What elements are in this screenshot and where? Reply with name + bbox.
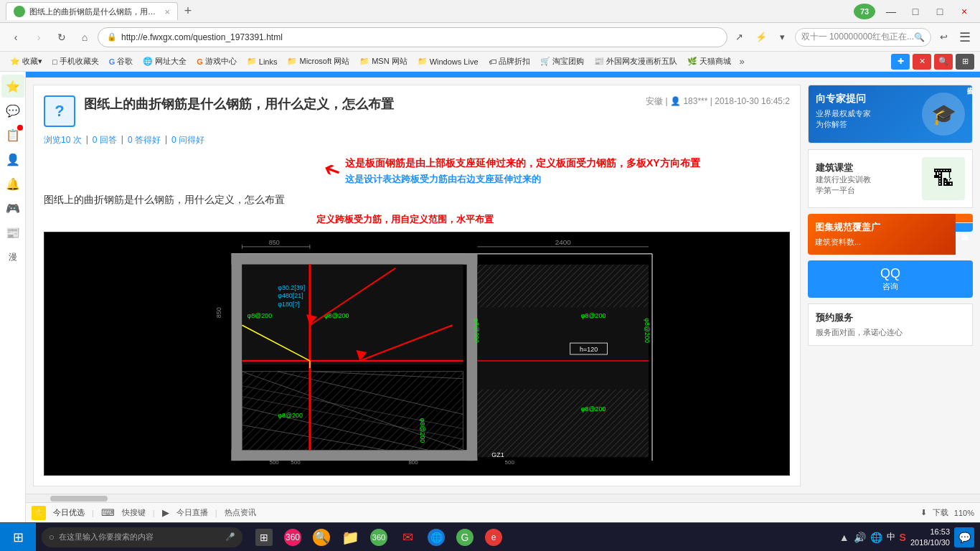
sidebar-star-icon[interactable]: ⭐ bbox=[1, 75, 24, 98]
bookmark-brand[interactable]: 🏷 品牌折扣 bbox=[484, 55, 534, 68]
window-controls: — □ □ × bbox=[881, 4, 974, 19]
maximize-button[interactable]: □ bbox=[930, 4, 950, 19]
search-circle-icon: ○ bbox=[49, 532, 55, 542]
tray-sogou-icon[interactable]: S bbox=[900, 532, 906, 543]
bookmark-label: 外国网友漫画析五队 bbox=[606, 56, 677, 67]
addon-btn3[interactable]: 🔍 bbox=[934, 54, 953, 70]
feedback-button[interactable]: 意见反馈 bbox=[956, 214, 973, 222]
refresh-button[interactable]: ↻ bbox=[52, 27, 72, 47]
task-icon-mail[interactable]: ✉ bbox=[395, 523, 420, 552]
windows-icon: ⊞ bbox=[13, 529, 24, 545]
taskbar-search[interactable]: ○ 在这里输入你要搜索的内容 🎤 bbox=[42, 527, 242, 547]
bookmark-taobao[interactable]: 🛒 淘宝团购 bbox=[536, 55, 588, 68]
bookmark-webdir[interactable]: 🌐 网址大全 bbox=[138, 55, 191, 68]
tray-expand-icon[interactable]: ▲ bbox=[839, 532, 849, 543]
sidebar-notification-icon[interactable]: 🔔 bbox=[1, 172, 24, 195]
ad-banner[interactable]: 图集规范覆盖广 建筑资料数... bbox=[808, 214, 956, 255]
nav-search-icon: 🔍 bbox=[914, 32, 925, 42]
sidebar-news-icon[interactable]: 📋 bbox=[1, 123, 24, 146]
tab-close-button[interactable]: × bbox=[164, 6, 170, 17]
windows-live-icon: 📁 bbox=[418, 57, 428, 66]
taskbar: ⊞ ○ 在这里输入你要搜索的内容 🎤 ⊞ 360 🔍 📁 360 ✉ bbox=[0, 522, 980, 551]
annotation-area: 这是板面钢筋是由上部板支座延伸过来的，定义板面受力钢筋，多板XY方向布置 这是设… bbox=[44, 155, 790, 191]
task-icon-ie[interactable]: e bbox=[481, 523, 507, 552]
sidebar-vip-icon[interactable]: 漫 bbox=[1, 245, 24, 268]
bookmark-links[interactable]: 📁 Links bbox=[242, 55, 282, 67]
qq-consult-card[interactable]: QQ 咨询 bbox=[808, 260, 973, 298]
sidebar-profile-icon[interactable]: 👤 bbox=[1, 148, 24, 171]
today-picks-label[interactable]: 今日优选 bbox=[53, 507, 85, 518]
scroll-thumb[interactable] bbox=[50, 496, 108, 501]
qq-button[interactable]: 关注我们 bbox=[956, 223, 973, 232]
bookmark-windows-live[interactable]: 📁 Windows Live bbox=[413, 55, 483, 67]
home-button[interactable]: ⌂ bbox=[75, 27, 95, 47]
task-icon-taskview[interactable]: ⊞ bbox=[251, 523, 277, 552]
bookmark-mobile[interactable]: □ 手机收藏夹 bbox=[48, 55, 103, 68]
answer-count[interactable]: 0 回答 bbox=[93, 134, 117, 146]
window-counter[interactable]: 73 bbox=[854, 4, 875, 19]
new-tab-button[interactable]: + bbox=[178, 1, 198, 22]
addon-btn1[interactable]: ✚ bbox=[891, 54, 910, 70]
tray-volume-icon[interactable]: 🔊 bbox=[854, 532, 866, 543]
forward-button[interactable]: › bbox=[29, 27, 49, 47]
quick-search-icon[interactable]: ⌨ bbox=[101, 507, 115, 518]
svg-text:φ30.2[39]: φ30.2[39] bbox=[278, 283, 305, 291]
dropdown-button[interactable]: ▾ bbox=[773, 28, 792, 47]
bookmark-games[interactable]: G 游戏中心 bbox=[192, 55, 241, 68]
task-icon-search[interactable]: 🔍 bbox=[308, 523, 334, 552]
download-icon[interactable]: ⬇ bbox=[920, 508, 927, 517]
task-icon-360-browser[interactable]: G bbox=[452, 523, 478, 552]
bookmark-google[interactable]: G 谷歌 bbox=[105, 55, 138, 68]
task-icon-network[interactable]: 🌐 bbox=[423, 523, 449, 552]
good-answer-count[interactable]: 0 答得好 bbox=[128, 134, 161, 146]
svg-text:500: 500 bbox=[505, 459, 515, 466]
svg-rect-4 bbox=[232, 254, 474, 265]
quick-search-label[interactable]: 快搜键 bbox=[122, 507, 146, 518]
browser-tab[interactable]: 图纸上的曲折钢筋是什么钢筋，用什么... × bbox=[6, 2, 178, 20]
helpful-count[interactable]: 0 问得好 bbox=[171, 134, 204, 146]
bookmark-msn[interactable]: 📁 MSN 网站 bbox=[355, 55, 412, 68]
close-button[interactable]: × bbox=[954, 4, 974, 19]
bookmark-tmall[interactable]: 🌿 天猫商城 bbox=[683, 55, 735, 68]
article-main: ? 图纸上的曲折钢筋是什么钢筋，用什么定义，怎么布置 安徽 | 👤 183***… bbox=[33, 85, 801, 486]
download-label[interactable]: 下载 bbox=[933, 507, 948, 518]
bookmark-manga[interactable]: 📰 外国网友漫画析五队 bbox=[590, 55, 682, 68]
status-icon[interactable]: ⭐ bbox=[32, 506, 46, 520]
notification-button[interactable]: 💬 bbox=[954, 527, 974, 547]
live-icon[interactable]: ▶ bbox=[162, 507, 169, 518]
nav-search-box[interactable]: 双十一 100000000红包正在... 🔍 bbox=[795, 28, 931, 47]
live-label[interactable]: 今日直播 bbox=[176, 507, 208, 518]
svg-text:850: 850 bbox=[269, 239, 280, 246]
svg-text:800: 800 bbox=[408, 459, 418, 466]
hotspot-label[interactable]: 热点资讯 bbox=[225, 507, 256, 518]
addon-btn2[interactable]: ✕ bbox=[913, 54, 931, 70]
share-button[interactable]: ↗ bbox=[730, 28, 749, 47]
back-button[interactable]: ‹ bbox=[6, 27, 26, 47]
lightning-button[interactable]: ⚡ bbox=[752, 28, 771, 47]
task-icon-360[interactable]: 360 bbox=[280, 523, 306, 552]
sidebar-feed-icon[interactable]: 📰 bbox=[1, 221, 24, 244]
address-bar[interactable]: 🔒 http://e.fwxgx.com/question_1973391.ht… bbox=[98, 27, 727, 47]
date-display: 2018/10/30 bbox=[910, 537, 950, 547]
bookmarks-more-button[interactable]: » bbox=[737, 55, 748, 68]
task-icon-360green[interactable]: 360 bbox=[366, 523, 392, 552]
sidebar-games-icon[interactable]: 🎮 bbox=[1, 197, 24, 220]
undo-button[interactable]: ↩ bbox=[934, 28, 953, 47]
msn-icon: 📁 bbox=[359, 57, 369, 66]
task-icon-file-explorer[interactable]: 📁 bbox=[337, 523, 363, 552]
restore-button[interactable]: □ bbox=[905, 4, 925, 19]
horizontal-scrollbar[interactable] bbox=[26, 494, 980, 502]
start-button[interactable]: ⊞ bbox=[0, 523, 36, 552]
svg-text:φ8@200: φ8@200 bbox=[247, 312, 272, 319]
bookmark-label: Links bbox=[259, 57, 278, 66]
taskbar-mic-icon[interactable]: 🎤 bbox=[225, 532, 235, 542]
minimize-button[interactable]: — bbox=[881, 4, 901, 19]
bookmark-microsoft[interactable]: 📁 Microsoft 网站 bbox=[283, 55, 354, 68]
sidebar-message-icon[interactable]: 💬 bbox=[1, 99, 24, 122]
tray-ime-icon[interactable]: 中 bbox=[887, 531, 895, 543]
addon-btn4[interactable]: ⊞ bbox=[956, 54, 974, 70]
page-content: ? 图纸上的曲折钢筋是什么钢筋，用什么定义，怎么布置 安徽 | 👤 183***… bbox=[26, 77, 980, 494]
bookmark-favorites[interactable]: ⭐ 收藏▾ bbox=[6, 55, 47, 68]
menu-button[interactable]: ☰ bbox=[956, 28, 974, 47]
tray-network-icon[interactable]: 🌐 bbox=[870, 532, 882, 543]
